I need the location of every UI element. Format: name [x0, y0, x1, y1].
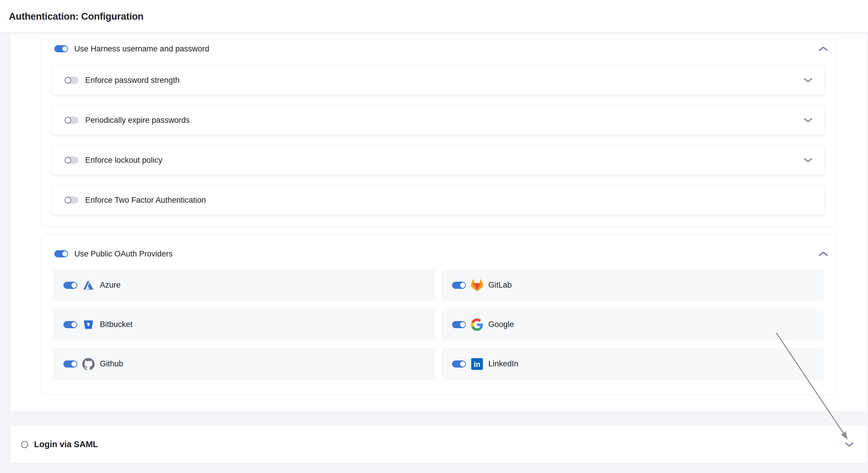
toggle-knob — [71, 282, 77, 288]
toggle-knob — [62, 45, 68, 52]
option-periodically-expire-passwords: Periodically expire passwords — [52, 105, 825, 135]
linkedin-toggle[interactable] — [452, 360, 466, 368]
bitbucket-toggle[interactable] — [63, 321, 77, 328]
harness-username-password-toggle[interactable] — [54, 45, 68, 52]
google-icon — [471, 318, 483, 331]
provider-tile-azure: Azure — [53, 270, 435, 301]
provider-label: GitLab — [489, 281, 512, 290]
provider-tile-linkedin: in LinkedIn — [441, 348, 824, 380]
option-label: Enforce lockout policy — [85, 156, 162, 165]
chevron-up-icon[interactable] — [819, 46, 828, 52]
oauth-provider-grid: Azure GitLab Bitbucket — [53, 270, 824, 380]
svg-text:in: in — [473, 360, 480, 369]
option-label: Enforce Two Factor Authentication — [85, 196, 206, 205]
provider-tile-gitlab: GitLab — [441, 270, 824, 301]
toggle-knob — [71, 361, 77, 367]
section-public-oauth-providers: Use Public OAuth Providers Azure — [41, 234, 836, 395]
chevron-down-icon[interactable] — [804, 118, 812, 123]
page-title: Authentication: Configuration — [9, 11, 144, 22]
toggle-knob — [62, 251, 68, 257]
section-login-via-saml: Login via SAML — [10, 426, 867, 463]
chevron-down-icon[interactable] — [845, 442, 854, 447]
option-enforce-two-factor-authentication: Enforce Two Factor Authentication — [52, 185, 825, 215]
bitbucket-icon — [82, 318, 95, 331]
option-enforce-password-strength: Enforce password strength — [52, 65, 825, 95]
password-option-list: Enforce password strength Periodically e… — [52, 65, 825, 225]
toggle-knob — [71, 321, 77, 328]
chevron-down-icon[interactable] — [804, 78, 812, 83]
github-toggle[interactable] — [63, 360, 77, 368]
toggle-knob — [459, 321, 466, 328]
provider-label: LinkedIn — [489, 359, 519, 369]
toggle-knob — [459, 361, 466, 367]
provider-tile-bitbucket: Bitbucket — [53, 309, 435, 340]
toggle-knob — [459, 282, 466, 288]
google-toggle[interactable] — [452, 321, 466, 328]
option-enforce-lockout-policy: Enforce lockout policy — [52, 146, 825, 175]
saml-radio-button[interactable] — [21, 441, 28, 448]
option-label: Periodically expire passwords — [85, 116, 190, 125]
oauth-section-header: Use Public OAuth Providers — [41, 244, 836, 263]
periodically-expire-passwords-toggle[interactable] — [65, 117, 79, 124]
toggle-knob — [65, 77, 71, 84]
toggle-knob — [65, 197, 71, 203]
harness-section-header: Use Harness username and password — [41, 39, 836, 59]
public-oauth-providers-toggle[interactable] — [54, 250, 68, 257]
linkedin-icon: in — [471, 358, 483, 370]
chevron-up-icon[interactable] — [819, 251, 828, 256]
provider-tile-github: Github — [53, 348, 435, 380]
enforce-lockout-policy-toggle[interactable] — [65, 157, 79, 164]
azure-toggle[interactable] — [63, 282, 77, 289]
enforce-password-strength-toggle[interactable] — [65, 77, 79, 84]
toggle-knob — [65, 117, 71, 123]
auth-settings-panel: Use Harness username and password Enforc… — [10, 34, 867, 411]
gitlab-icon — [471, 279, 483, 291]
provider-label: Bitbucket — [100, 320, 132, 329]
chevron-down-icon[interactable] — [804, 158, 812, 162]
provider-tile-google: Google — [441, 309, 824, 340]
section-harness-username-password: Use Harness username and password Enforc… — [41, 39, 836, 227]
toggle-knob — [65, 157, 71, 163]
azure-icon — [82, 279, 95, 291]
saml-section-title: Login via SAML — [34, 440, 98, 449]
gitlab-toggle[interactable] — [452, 282, 466, 289]
github-icon — [82, 358, 95, 370]
provider-label: Github — [100, 359, 123, 369]
provider-label: Azure — [100, 281, 121, 290]
oauth-section-title: Use Public OAuth Providers — [74, 249, 173, 258]
page-header: Authentication: Configuration — [0, 0, 868, 33]
enforce-two-factor-authentication-toggle[interactable] — [65, 196, 79, 203]
harness-section-title: Use Harness username and password — [74, 44, 209, 54]
option-label: Enforce password strength — [85, 76, 180, 85]
provider-label: Google — [489, 320, 514, 329]
